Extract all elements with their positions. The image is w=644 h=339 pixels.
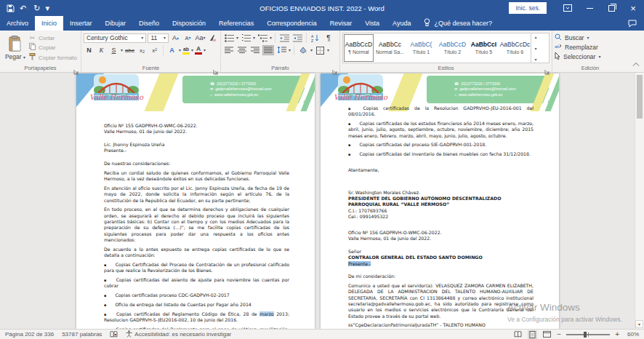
text-effects-button[interactable]: A: [166, 45, 177, 55]
word-window: { "window": { "title": "OFICIOS ENVIADOS…: [0, 0, 644, 339]
tab-archivo[interactable]: Archivo: [0, 16, 35, 31]
collapse-ribbon-icon[interactable]: [632, 57, 640, 70]
tab-insertar[interactable]: Insertar: [63, 16, 99, 31]
tab-dibujar[interactable]: Dibujar: [99, 16, 133, 31]
styles-gallery-scroll[interactable]: ▴ ▾ ▾: [531, 33, 540, 63]
style-titulo2[interactable]: AaBbCcD Título 2: [437, 33, 468, 63]
vertical-scrollbar[interactable]: ▾: [635, 73, 644, 329]
scrollbar-thumb[interactable]: [637, 75, 643, 119]
comments-icon[interactable]: [628, 16, 644, 31]
numbering-icon[interactable]: [240, 33, 251, 43]
font-dialog-launcher-icon[interactable]: [213, 65, 219, 71]
sign-in-button[interactable]: Inic. ses.: [509, 2, 547, 14]
show-marks-icon[interactable]: ¶: [323, 33, 334, 43]
zoom-slider-thumb[interactable]: [584, 332, 587, 338]
borders-icon[interactable]: [314, 45, 326, 55]
strikethrough-button[interactable]: abc: [124, 45, 135, 55]
style-titulo6[interactable]: AaBbCcDc Título 6: [499, 33, 531, 63]
restore-button[interactable]: [600, 0, 622, 16]
align-right-icon[interactable]: [249, 45, 261, 55]
find-button[interactable]: Buscar▾: [555, 33, 626, 42]
justify-icon[interactable]: [262, 45, 274, 55]
font-family-select[interactable]: Century Gothic▾: [84, 33, 146, 43]
zoom-percentage[interactable]: 60%: [624, 331, 639, 338]
letterhead-web: www.vallehermoso.gob.ec: [214, 93, 258, 97]
underline-button[interactable]: S: [108, 45, 119, 55]
tab-referencias[interactable]: Referencias: [212, 16, 260, 31]
select-button[interactable]: Seleccionar▾: [555, 52, 626, 61]
read-mode-icon[interactable]: [513, 330, 523, 339]
zoom-out-button[interactable]: −: [557, 331, 561, 338]
print-layout-icon[interactable]: [528, 330, 537, 339]
line-spacing-icon[interactable]: [275, 45, 287, 55]
grow-font-button[interactable]: A▴: [170, 33, 181, 43]
copy-button[interactable]: Copiar: [28, 43, 77, 52]
tell-me-box[interactable]: ¿Qué desea hacer?: [417, 16, 499, 31]
tab-correspondencia[interactable]: Correspondencia: [260, 16, 323, 31]
close-button[interactable]: ×: [622, 0, 644, 16]
letterhead-contact-band: ☎(02)2773220 / 2773300 ✉gadprvallehermos…: [182, 76, 305, 103]
increase-indent-icon[interactable]: [291, 33, 303, 43]
document-page-1[interactable]: ☎(02)2773220 / 2773300 ✉gadprvallehermos…: [76, 73, 315, 329]
letter-body[interactable]: ▪Copias certificadas de la Resolucion GA…: [348, 105, 534, 329]
chevron-down-icon: ▾: [164, 36, 166, 40]
align-center-icon[interactable]: [236, 45, 248, 55]
tab-inicio[interactable]: Inicio: [35, 16, 63, 31]
window-controls: Inic. ses. ×: [509, 0, 644, 16]
shrink-font-button[interactable]: A▾: [182, 33, 193, 43]
tab-vista[interactable]: Vista: [358, 16, 386, 31]
tab-ayuda[interactable]: Ayuda: [386, 16, 417, 31]
decrease-indent-icon[interactable]: [278, 33, 290, 43]
style-titulo5[interactable]: AaBbCcI Título 5: [468, 33, 499, 63]
underline-dropdown-icon[interactable]: ▾: [121, 48, 123, 52]
italic-button[interactable]: K: [96, 45, 107, 55]
change-case-button[interactable]: Aa▾: [195, 33, 206, 43]
sort-icon[interactable]: AZ: [310, 33, 321, 43]
ribbon-display-options-icon[interactable]: [557, 0, 579, 16]
multilevel-list-icon[interactable]: [257, 33, 268, 43]
highlight-color-button[interactable]: ab: [182, 47, 190, 55]
cut-button[interactable]: ✂Cortar: [28, 34, 77, 41]
superscript-button[interactable]: x²: [149, 45, 160, 55]
undo-icon[interactable]: ↶▾: [20, 4, 28, 12]
style-normal[interactable]: AaBbCcD ¶ Normal: [343, 33, 374, 63]
letter-body[interactable]: Oficio Nº 155 GADPRVH-O-WMC-06-2022. Val…: [104, 123, 289, 329]
clear-formatting-icon[interactable]: [207, 33, 218, 43]
zoom-in-button[interactable]: +: [615, 331, 619, 338]
valle-hermoso-logo: GAD PARROQUIAL Valle Hermoso: [85, 74, 148, 112]
customize-qat-icon[interactable]: ▾: [45, 4, 49, 12]
word-count[interactable]: 53787 palabras: [62, 331, 102, 338]
paste-button[interactable]: Pegar ▾: [2, 33, 28, 63]
proofing-status-icon[interactable]: [110, 331, 118, 338]
group-editing: Buscar▾ ab Reemplazar Seleccionar▾ Edici…: [552, 31, 628, 72]
font-size-select[interactable]: 11▾: [148, 33, 169, 43]
format-painter-button[interactable]: Copiar formato: [28, 53, 77, 62]
tab-disposicion[interactable]: Disposición: [166, 16, 212, 31]
save-icon[interactable]: [7, 4, 15, 12]
style-titulo1[interactable]: AaBbC( Título 1: [406, 33, 437, 63]
subscript-button[interactable]: x₂: [137, 45, 148, 55]
accessibility-status[interactable]: Accesibilidad: es necesario investigar: [126, 330, 231, 339]
style-normal-sa[interactable]: AaBbCc Normal Sa...: [374, 33, 406, 63]
page-indicator[interactable]: Página 202 de 336: [5, 331, 54, 338]
oficio-date: Valle Hermoso, 01 de junio del 2022.: [104, 129, 289, 135]
shading-icon[interactable]: [297, 45, 309, 55]
scroll-down-icon[interactable]: ▾: [635, 320, 643, 328]
bold-button[interactable]: N: [84, 45, 94, 55]
group-font: Century Gothic▾ 11▾ A▴ A▾ Aa▾ N K S▾ abc…: [81, 31, 221, 72]
font-color-button[interactable]: A: [195, 46, 202, 55]
styles-dialog-launcher-icon[interactable]: [544, 65, 550, 71]
document-page-2[interactable]: ☎(02)2773220 / 2773300 ✉gadprvallehermos…: [321, 73, 559, 329]
document-canvas[interactable]: ☎(02)2773220 / 2773300 ✉gadprvallehermos…: [0, 73, 635, 329]
minimize-button[interactable]: [579, 0, 600, 16]
web-layout-icon[interactable]: [542, 330, 552, 339]
replace-button[interactable]: ab Reemplazar: [555, 43, 626, 52]
tab-revisar[interactable]: Revisar: [323, 16, 359, 31]
zoom-slider[interactable]: [566, 334, 610, 335]
tab-diseno[interactable]: Diseño: [132, 16, 166, 31]
bullets-icon[interactable]: [223, 33, 235, 43]
clipboard-dialog-launcher-icon[interactable]: [73, 65, 79, 71]
align-left-icon[interactable]: [223, 45, 235, 55]
paragraph-dialog-launcher-icon[interactable]: [332, 65, 338, 71]
redo-icon[interactable]: ↻: [33, 4, 40, 12]
